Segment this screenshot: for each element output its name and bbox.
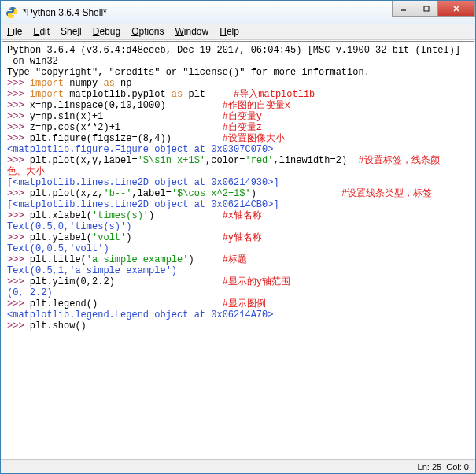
comment: #作图的自变量x: [223, 100, 290, 111]
menu-debug[interactable]: Debug: [93, 26, 120, 38]
code: ): [149, 210, 223, 221]
str: 'b--': [103, 188, 131, 199]
code: ,color=: [205, 155, 245, 166]
output: Text(0.5,0,'times(s)'): [7, 221, 131, 232]
menu-help[interactable]: Help: [220, 26, 239, 38]
status-bar: Ln: 25 Col: 0: [1, 459, 475, 473]
code: plt.ylabel(: [30, 232, 92, 243]
banner-line: on win32: [7, 56, 58, 67]
prompt: >>>: [7, 100, 30, 111]
code: np: [115, 78, 132, 89]
output: [<matplotlib.lines.Line2D object at 0x06…: [7, 177, 279, 188]
banner-line: Type "copyright", "credits" or "license(…: [7, 67, 370, 78]
prompt: >>>: [7, 320, 30, 331]
output: <matplotlib.legend.Legend object at 0x06…: [7, 309, 273, 320]
svg-point-0: [9, 8, 10, 9]
output: (0, 2.2): [7, 287, 53, 298]
shell-content[interactable]: Python 3.6.4 (v3.6.4:d48eceb, Dec 19 201…: [2, 41, 474, 458]
menu-window[interactable]: Window: [175, 26, 209, 38]
str: 'a simple example': [87, 254, 189, 265]
minimize-button[interactable]: [392, 1, 415, 17]
python-icon: [6, 6, 18, 19]
code: plt.plot(x,z,: [30, 188, 104, 199]
code: plt.title(: [30, 254, 87, 265]
code: y=np.sin(x)+1: [30, 111, 223, 122]
svg-rect-3: [424, 6, 429, 11]
code: ): [126, 232, 222, 243]
prompt: >>>: [7, 89, 30, 100]
output: Text(0,0.5,'volt'): [7, 243, 109, 254]
comment: #自变量z: [223, 122, 262, 133]
comment: #显示的y轴范围: [223, 276, 290, 287]
banner-line: Python 3.6.4 (v3.6.4:d48eceb, Dec 19 201…: [7, 45, 460, 56]
comment: 色、大小: [7, 166, 45, 177]
window: *Python 3.6.4 Shell* File Edit Shell Deb…: [0, 0, 476, 474]
kw: as: [172, 89, 183, 100]
comment: #导入matplotlib: [234, 89, 315, 100]
code: plt.ylim(0,2.2): [30, 276, 223, 287]
svg-point-1: [13, 16, 13, 17]
prompt: >>>: [7, 298, 30, 309]
code: plt.legend(): [30, 298, 223, 309]
comment: #x轴名称: [223, 210, 262, 221]
menu-options[interactable]: Options: [131, 26, 164, 38]
code: ,label=: [131, 188, 171, 199]
titlebar: *Python 3.6.4 Shell*: [1, 1, 475, 24]
output: Text(0.5,1,'a simple example'): [7, 265, 177, 276]
str: 'volt': [92, 232, 126, 243]
window-buttons: [393, 1, 475, 17]
comment: #y轴名称: [223, 232, 262, 243]
comment: #显示图例: [223, 298, 266, 309]
code: z=np.cos(x**2)+1: [30, 122, 223, 133]
window-title: *Python 3.6.4 Shell*: [23, 7, 393, 18]
prompt: >>>: [7, 188, 30, 199]
code: plt.show(): [30, 320, 87, 331]
kw: as: [103, 78, 114, 89]
code: plt: [183, 89, 234, 100]
prompt: >>>: [7, 254, 30, 265]
output: <matplotlib.figure.Figure object at 0x03…: [7, 144, 273, 155]
output: [<matplotlib.lines.Line2D object at 0x06…: [7, 199, 279, 210]
code: plt.plot(x,y,label=: [30, 155, 138, 166]
code: ): [251, 188, 341, 199]
code: ): [188, 254, 222, 265]
prompt: >>>: [7, 111, 30, 122]
code: matplotlib.pyplot: [64, 89, 172, 100]
status-line: Ln: 25: [418, 462, 442, 472]
comment: #自变量y: [223, 111, 262, 122]
comment: #标题: [223, 254, 247, 265]
prompt: >>>: [7, 78, 30, 89]
prompt: >>>: [7, 232, 30, 243]
prompt: >>>: [7, 210, 30, 221]
menubar: File Edit Shell Debug Options Window Hel…: [1, 24, 475, 40]
kw: import: [30, 89, 64, 100]
str: 'red': [245, 155, 273, 166]
close-button[interactable]: [437, 1, 475, 17]
code: x=np.linspace(0,10,1000): [30, 100, 223, 111]
str: '$\sin x+1$': [138, 155, 205, 166]
menu-edit[interactable]: Edit: [33, 26, 50, 38]
prompt: >>>: [7, 276, 30, 287]
menu-file[interactable]: File: [7, 26, 22, 38]
prompt: >>>: [7, 133, 30, 144]
comment: #设置标签，线条颜: [359, 155, 440, 166]
status-col: Col: 0: [446, 462, 469, 472]
code: plt.figure(figsize=(8,4)): [30, 133, 223, 144]
prompt: >>>: [7, 155, 30, 166]
code: numpy: [64, 78, 103, 89]
str: '$\cos x^2+1$': [172, 188, 251, 199]
code: ,linewidth=2): [274, 155, 359, 166]
comment: #设置线条类型，标签: [341, 188, 432, 199]
menu-shell[interactable]: Shell: [61, 26, 82, 38]
code: plt.xlabel(: [30, 210, 92, 221]
comment: #设置图像大小: [223, 133, 285, 144]
prompt: >>>: [7, 122, 30, 133]
str: 'times(s)': [92, 210, 149, 221]
kw: import: [30, 78, 64, 89]
maximize-button[interactable]: [415, 1, 438, 17]
